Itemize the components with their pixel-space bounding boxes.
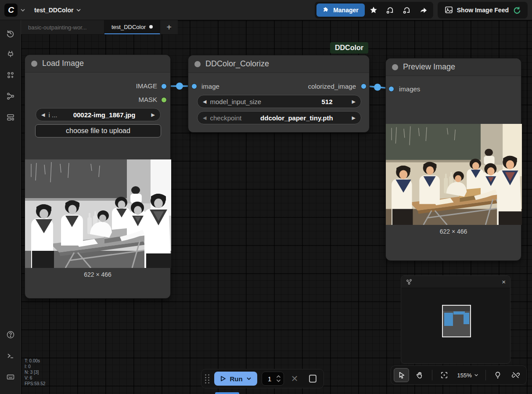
sidebar-queue-history-button[interactable] xyxy=(3,25,18,41)
prev-arrow-icon[interactable]: ◀ xyxy=(41,112,45,118)
share-button[interactable] xyxy=(416,4,431,17)
stop-button[interactable] xyxy=(309,375,316,383)
manager-button[interactable]: Manager xyxy=(316,4,365,17)
new-tab-button[interactable]: + xyxy=(160,20,178,34)
widget-value: 512 xyxy=(265,98,348,105)
help-icon xyxy=(6,330,15,339)
pan-tool-button[interactable] xyxy=(412,368,427,382)
share-arrow-icon xyxy=(419,6,428,14)
next-arrow-icon[interactable]: ▶ xyxy=(352,115,356,121)
minimap-node-load-image xyxy=(444,313,453,326)
lightbulb-icon xyxy=(494,371,502,379)
sidebar-help-button[interactable] xyxy=(3,326,18,343)
history-icon xyxy=(6,29,15,38)
minimap-close-button[interactable]: × xyxy=(502,278,506,286)
batch-count-value: 1 xyxy=(268,375,276,383)
step-down-icon[interactable] xyxy=(276,379,281,382)
input-port-image[interactable] xyxy=(191,83,197,89)
run-options-chevron-icon[interactable] xyxy=(246,376,252,381)
input-label-images: images xyxy=(399,85,420,93)
fit-view-button[interactable] xyxy=(436,368,452,382)
group-title-badge[interactable]: DDColor xyxy=(330,42,368,54)
sidebar-terminal-button[interactable] xyxy=(3,347,18,364)
sidebar-model-library-button[interactable] xyxy=(3,46,18,62)
node-status-dot xyxy=(392,64,398,70)
minimap-viewport[interactable] xyxy=(442,305,471,337)
workflow-gallery-button-2[interactable] xyxy=(399,4,415,17)
output-label-image: IMAGE xyxy=(136,82,157,90)
sidebar-shortcuts-button[interactable] xyxy=(3,369,18,385)
output-port-colorized-image[interactable] xyxy=(361,83,367,89)
image-feed-toolbar: Show Image Feed xyxy=(438,2,528,18)
workflow-name[interactable]: test_DDColor xyxy=(34,7,73,14)
image-file-combo[interactable]: ◀ i ... 00022-img_1867.jpg ▶ xyxy=(36,108,161,121)
image-icon xyxy=(445,6,453,14)
increment-arrow-icon[interactable]: ▶ xyxy=(352,99,356,105)
node-header[interactable]: DDColor_Colorize xyxy=(188,55,369,73)
output-port-image[interactable] xyxy=(161,83,167,89)
view-toolbar: 155% xyxy=(391,365,527,385)
logo-menu-chevron-icon[interactable] xyxy=(20,7,25,13)
tab-basic-outpainting[interactable]: basic-outpainting-wor... xyxy=(21,20,104,34)
input-port-images[interactable] xyxy=(388,86,394,92)
hidden-panel-edge xyxy=(215,392,239,394)
node-load-image[interactable]: Load Image IMAGE MASK ◀ i ... 00022-img_… xyxy=(25,54,171,299)
stat-nodes: N: 3 [3] xyxy=(25,369,45,375)
minimap-group-region xyxy=(443,306,470,311)
prev-arrow-icon[interactable]: ◀ xyxy=(203,115,206,121)
output-label-colorized-image: colorized_image xyxy=(308,83,356,90)
run-control-bar: Run 1 ✕ xyxy=(201,369,324,388)
node-status-dot xyxy=(31,61,37,67)
workflow-chevron-icon[interactable] xyxy=(76,7,81,13)
sidebar-workflows-button[interactable] xyxy=(3,88,18,105)
drag-handle[interactable] xyxy=(205,374,210,383)
decrement-arrow-icon[interactable]: ◀ xyxy=(203,99,206,105)
node-header[interactable]: Preview Image xyxy=(386,58,521,76)
node-header[interactable]: Load Image xyxy=(25,55,170,72)
workflows-graph-icon xyxy=(6,92,15,101)
run-button[interactable]: Run xyxy=(214,372,257,386)
star-icon xyxy=(370,6,377,14)
minimap-body[interactable] xyxy=(401,288,510,364)
step-up-icon[interactable] xyxy=(276,375,281,378)
workflow-tabs: basic-outpainting-wor... test_DDColor + xyxy=(21,20,178,34)
node-preview-image[interactable]: Preview Image images xyxy=(385,58,521,261)
manager-label: Manager xyxy=(333,7,359,14)
minimap-graph-icon xyxy=(406,278,413,286)
sidebar-node-library-button[interactable] xyxy=(3,67,18,83)
node-title: Preview Image xyxy=(403,62,455,72)
cancel-run-button[interactable]: ✕ xyxy=(288,373,301,384)
image-dimensions-caption: 622 × 466 xyxy=(25,271,170,278)
show-image-feed-button[interactable]: Show Image Feed xyxy=(439,4,526,17)
minimap-node-preview xyxy=(464,313,469,324)
node-ddcolor-colorize[interactable]: DDColor_Colorize image colorized_image ◀… xyxy=(188,55,370,133)
output-port-mask[interactable] xyxy=(161,97,167,103)
workflow-gallery-button[interactable] xyxy=(382,4,398,17)
unsaved-dot-icon xyxy=(149,25,153,29)
sidebar-templates-button[interactable] xyxy=(3,109,18,126)
vacuum-icon xyxy=(386,6,394,14)
toggle-links-button[interactable] xyxy=(508,368,524,382)
model-input-size-widget[interactable]: ◀ model_input_size 512 ▶ xyxy=(197,95,361,108)
node-canvas[interactable]: DDColor Load Image IMAGE MASK ◀ i ... 00… xyxy=(21,20,532,394)
stat-time: T: 0.00s xyxy=(25,358,45,364)
checkpoint-widget[interactable]: ◀ checkpoint ddcolor_paper_tiny.pth ▶ xyxy=(197,111,361,124)
next-arrow-icon[interactable]: ▶ xyxy=(151,112,155,118)
combo-label: i ... xyxy=(48,111,57,119)
combo-value: 00022-img_1867.jpg xyxy=(61,111,147,119)
select-tool-button[interactable] xyxy=(394,368,409,382)
comfyui-logo[interactable]: C xyxy=(4,4,18,17)
tab-test-ddcolor[interactable]: test_DDColor xyxy=(104,20,160,34)
menubar: C test_DDColor Manager xyxy=(0,0,532,20)
widget-label: checkpoint xyxy=(210,114,241,122)
hand-icon xyxy=(416,371,424,379)
keyboard-icon xyxy=(6,372,15,381)
toggle-theme-button[interactable] xyxy=(490,368,506,382)
stat-version: V: 6 xyxy=(25,375,45,381)
choose-file-button[interactable]: choose file to upload xyxy=(35,124,161,137)
link-midpoint-dot xyxy=(374,84,381,91)
batch-count-input[interactable]: 1 xyxy=(262,372,284,386)
favorites-star-button[interactable] xyxy=(366,4,381,17)
zoom-level-dropdown[interactable]: 155% xyxy=(455,372,481,379)
node-title: DDColor_Colorize xyxy=(205,59,269,69)
